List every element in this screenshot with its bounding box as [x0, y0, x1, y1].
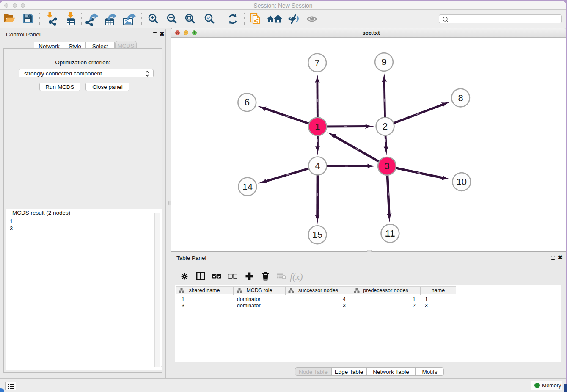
- svg-text:10: 10: [457, 177, 467, 187]
- svg-text:2: 2: [383, 121, 388, 132]
- svg-text:9: 9: [381, 57, 386, 67]
- svg-text:6: 6: [245, 97, 250, 108]
- svg-text:4: 4: [315, 160, 320, 171]
- svg-text:3: 3: [384, 161, 389, 171]
- svg-text:15: 15: [312, 229, 322, 240]
- svg-text:14: 14: [242, 182, 253, 192]
- svg-text:7: 7: [315, 58, 320, 68]
- svg-text:1: 1: [315, 121, 320, 132]
- svg-text:8: 8: [458, 93, 463, 103]
- svg-text:11: 11: [385, 228, 395, 239]
